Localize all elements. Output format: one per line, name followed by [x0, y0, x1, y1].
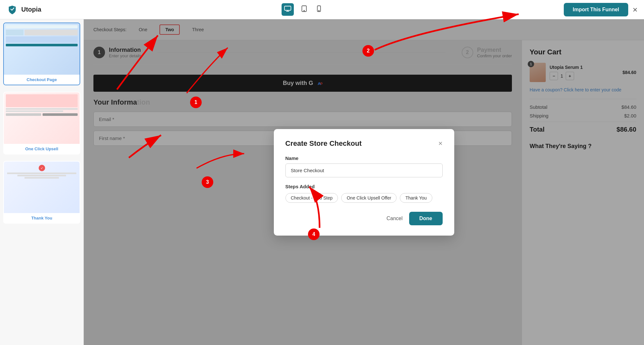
done-button[interactable]: Done [409, 212, 443, 225]
step-tag-checkout: Checkout - Two Step [285, 193, 338, 203]
sidebar: Checkout Page One Click Upsell [0, 19, 84, 345]
logo-icon [6, 4, 18, 15]
header-right: Import This Funnel × [564, 3, 638, 16]
sidebar-card-checkout[interactable]: Checkout Page [3, 23, 80, 85]
tablet-device-btn[interactable] [299, 3, 309, 16]
modal-name-input[interactable] [285, 163, 443, 177]
main-layout: Checkout Page One Click Upsell [0, 19, 644, 345]
device-switcher [282, 3, 323, 16]
desktop-device-btn[interactable] [282, 3, 294, 16]
sidebar-card-thankyou-preview: ✓ [4, 162, 80, 213]
svg-point-2 [304, 10, 304, 11]
content-area: Checkout Steps: One Two Three 1 Informat… [84, 19, 644, 345]
svg-point-4 [319, 10, 319, 11]
cancel-button[interactable]: Cancel [387, 216, 403, 221]
modal-actions: Cancel Done [285, 212, 443, 225]
sidebar-card-checkout-label: Checkout Page [4, 75, 80, 85]
close-button[interactable]: × [633, 5, 638, 14]
step-tag-thankyou: Thank You [400, 193, 432, 203]
modal-overlay: Create Store Checkout × Name Steps Added… [84, 19, 644, 345]
modal-header: Create Store Checkout × [285, 139, 443, 148]
sidebar-card-thankyou-label: Thank You [4, 213, 80, 223]
svg-rect-0 [284, 6, 291, 10]
steps-tags: Checkout - Two Step One Click Upsell Off… [285, 193, 443, 203]
modal-close-button[interactable]: × [438, 140, 443, 147]
modal-title: Create Store Checkout [285, 139, 362, 148]
brand-name: Utopia [21, 6, 41, 13]
step-tag-upsell: One Click Upsell Offer [341, 193, 397, 203]
create-checkout-modal: Create Store Checkout × Name Steps Added… [274, 129, 454, 236]
modal-name-label: Name [285, 155, 443, 161]
sidebar-card-upsell[interactable]: One Click Upsell [3, 92, 80, 154]
header: Utopia Import This Funnel × [0, 0, 644, 19]
header-left: Utopia [6, 4, 41, 15]
mobile-device-btn[interactable] [314, 3, 323, 16]
sidebar-card-upsell-label: One Click Upsell [4, 144, 80, 154]
steps-added-label: Steps Added [285, 184, 443, 189]
import-funnel-button[interactable]: Import This Funnel [564, 3, 628, 16]
sidebar-card-checkout-preview [4, 23, 80, 75]
sidebar-card-upsell-preview [4, 92, 80, 144]
sidebar-card-thankyou[interactable]: ✓ Thank You [3, 161, 80, 224]
